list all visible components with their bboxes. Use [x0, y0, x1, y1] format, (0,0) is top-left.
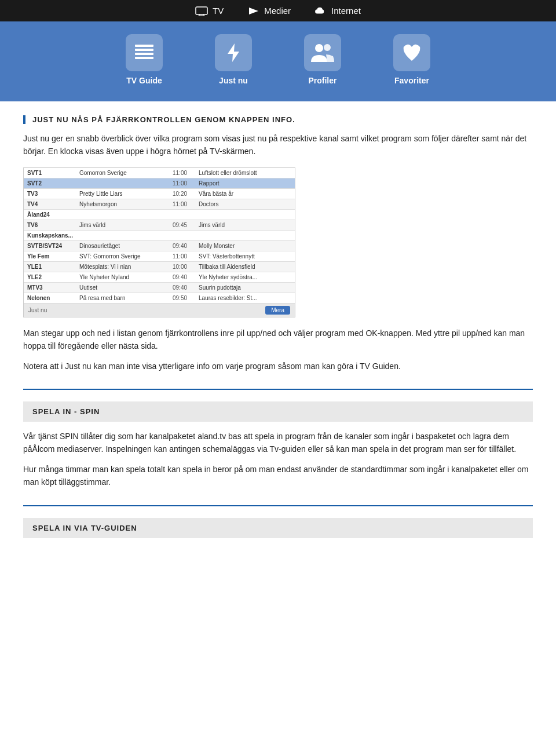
nav-tv[interactable]: TV: [195, 6, 224, 16]
svg-rect-6: [135, 49, 153, 51]
icon-buttons-row: TV Guide Just nu Profiler Favoriter: [0, 21, 556, 101]
tv-guide-footer-label: Just nu: [28, 307, 47, 313]
svg-point-11: [324, 44, 331, 51]
section-just-nu-para2: Man stegar upp och ned i listan genom fj…: [23, 327, 533, 353]
section-just-nu-para3: Notera att i Just nu kan man inte visa y…: [23, 360, 533, 372]
svg-point-10: [315, 44, 323, 52]
top-navigation: TV Medier Internet: [0, 0, 556, 21]
table-row: Nelonen På resa med barn 09:50 Lauras re…: [24, 293, 295, 304]
section-just-nu: JUST NU NÅS PÅ FJÄRRKONTROLLEN GENOM KNA…: [23, 115, 533, 372]
profiler-icon-bg: [304, 34, 341, 71]
svg-rect-7: [135, 53, 153, 55]
section-just-nu-title: JUST NU NÅS PÅ FJÄRRKONTROLLEN GENOM KNA…: [32, 115, 533, 124]
nav-medier-label: Medier: [264, 6, 291, 16]
tv-guide-icon-bg: [126, 34, 163, 71]
section-spin-header: SPELA IN - SPIN: [23, 401, 533, 422]
table-row: TV4 Nyhetsmorgon 11:00 Doctors: [24, 199, 295, 210]
section-divider-2: [23, 505, 533, 506]
section-spin-para1: Vår tjänst SPIN tillåter dig som har kan…: [23, 430, 533, 456]
grid-icon: [133, 41, 156, 64]
tv-guide-table: SVT1 Gomorron Sverige 11:00 Luftslott el…: [23, 167, 295, 317]
section-spin: SPELA IN - SPIN Vår tjänst SPIN tillåter…: [23, 401, 533, 489]
just-nu-button[interactable]: Just nu: [190, 27, 277, 92]
heart-icon: [400, 41, 423, 64]
section-spela-in-tv-guiden: SPELA IN VIA TV-GUIDEN: [23, 518, 533, 538]
table-row: TV6 Jims värld 09:45 Jims värld: [24, 220, 295, 231]
tv-guide-button[interactable]: TV Guide: [101, 27, 188, 92]
table-row: Yle Fem SVT: Gomorron Sverige 11:00 SVT:…: [24, 251, 295, 262]
profiler-label: Profiler: [308, 76, 336, 85]
section-just-nu-para1: Just nu ger en snabb överblick över vilk…: [23, 132, 533, 158]
tv-guide-footer: Just nu Mera: [24, 304, 295, 317]
section-spin-title: SPELA IN - SPIN: [32, 407, 524, 416]
main-content: JUST NU NÅS PÅ FJÄRRKONTROLLEN GENOM KNA…: [0, 101, 556, 568]
just-nu-icon-bg: [215, 34, 252, 71]
nav-medier[interactable]: Medier: [247, 6, 291, 16]
just-nu-label: Just nu: [219, 76, 248, 85]
favoriter-label: Favoriter: [394, 76, 429, 85]
nav-tv-label: TV: [213, 6, 224, 16]
table-row: YLE2 Yle Nyheter Nyland 09:40 Yle Nyhete…: [24, 272, 295, 283]
section-spela-in-header: SPELA IN VIA TV-GUIDEN: [23, 518, 533, 538]
tv-icon: [195, 6, 208, 16]
favoriter-icon-bg: [393, 34, 430, 71]
table-row: MTV3 Uutiset 09:40 Suurin pudottaja: [24, 283, 295, 293]
section-spela-in-title: SPELA IN VIA TV-GUIDEN: [32, 524, 524, 532]
nav-internet[interactable]: Internet: [314, 6, 361, 16]
favoriter-button[interactable]: Favoriter: [368, 27, 455, 92]
table-row: SVT1 Gomorron Sverige 11:00 Luftslott el…: [24, 168, 295, 178]
svg-marker-9: [228, 43, 239, 62]
nav-internet-label: Internet: [331, 6, 361, 16]
table-row: Åland24: [24, 210, 295, 220]
people-icon: [310, 41, 335, 64]
table-row: TV3 Pretty Little Liars 10:20 Våra bästa…: [24, 189, 295, 199]
cloud-icon: [314, 6, 327, 16]
svg-rect-8: [135, 57, 153, 59]
bolt-icon: [222, 41, 245, 64]
svg-rect-0: [196, 7, 207, 14]
table-row: YLE1 Mötesplats: Vi i nian 10:00 Tillbak…: [24, 262, 295, 272]
section-just-nu-header: JUST NU NÅS PÅ FJÄRRKONTROLLEN GENOM KNA…: [23, 115, 533, 124]
table-row: SVTB/SVT24 Dinosaurietåget 09:40 Molly M…: [24, 241, 295, 251]
tv-guide-label: TV Guide: [126, 76, 162, 85]
svg-marker-4: [249, 8, 258, 14]
section-spin-para2: Hur många timmar man kan spela totalt ka…: [23, 463, 533, 489]
table-row: SVT2 11:00 Rapport: [24, 178, 295, 189]
mera-button[interactable]: Mera: [265, 306, 290, 315]
play-icon: [247, 6, 259, 16]
table-row: Kunskapskans...: [24, 231, 295, 241]
profiler-button[interactable]: Profiler: [279, 27, 366, 92]
svg-rect-5: [135, 45, 153, 47]
section-divider-1: [23, 389, 533, 390]
